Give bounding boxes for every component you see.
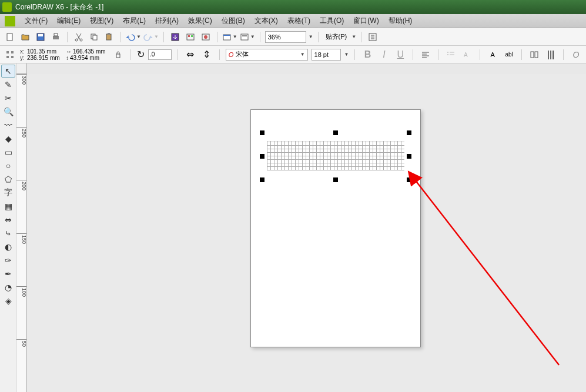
menu-edit[interactable]: 编辑(E) — [52, 15, 85, 27]
chevron-down-icon[interactable]: ▼ — [351, 34, 356, 39]
redo-button[interactable]: ▼ — [143, 32, 159, 42]
save-button[interactable] — [34, 31, 47, 43]
paste-button[interactable] — [103, 31, 116, 43]
underline-button[interactable]: U — [394, 48, 407, 61]
export-button[interactable] — [184, 31, 197, 43]
menu-arrange[interactable]: 排列(A) — [150, 15, 183, 27]
font-family-select[interactable]: O 宋体 ▼ — [226, 49, 308, 61]
undo-button[interactable]: ▼ — [126, 32, 141, 42]
y-value[interactable]: 236.915 mm — [27, 55, 62, 61]
main-area: ↖✎✂🔍〰◆▭○⬠字▦⇔⤷◐✑✒◔◈ 250200150100500501001… — [0, 63, 586, 392]
selection-handle-bl[interactable] — [260, 177, 264, 182]
freehand-tool[interactable]: 〰 — [1, 119, 15, 132]
ruler-origin[interactable] — [16, 63, 27, 74]
mirror-h-button[interactable]: ⇔ — [184, 48, 197, 61]
selection-handle-tr[interactable] — [407, 130, 411, 135]
menu-tools[interactable]: 工具(O) — [315, 15, 349, 27]
connector-tool[interactable]: ⤷ — [1, 227, 15, 240]
svg-rect-31 — [535, 52, 538, 58]
app-launcher-button[interactable]: ▼ — [222, 32, 237, 42]
vertical-ruler[interactable]: 300250200150100500 — [16, 74, 27, 392]
toolbox: ↖✎✂🔍〰◆▭○⬠字▦⇔⤷◐✑✒◔◈ — [0, 63, 16, 392]
eyedropper-tool[interactable]: ✑ — [1, 254, 15, 267]
open-button[interactable] — [19, 31, 32, 43]
new-button[interactable] — [4, 31, 16, 43]
options-button[interactable] — [366, 31, 379, 43]
rectangle-tool[interactable]: ▭ — [1, 146, 15, 159]
import-button[interactable] — [169, 31, 182, 43]
text-direction-button[interactable]: ||| — [544, 48, 557, 61]
table-tool[interactable]: ▦ — [1, 200, 15, 213]
chevron-down-icon: ▼ — [250, 34, 255, 39]
menu-layout[interactable]: 布局(L) — [118, 15, 150, 27]
menu-table[interactable]: 表格(T) — [283, 15, 315, 27]
italic-button[interactable]: I — [377, 48, 390, 61]
svg-rect-10 — [108, 33, 110, 35]
menu-file[interactable]: 文件(F) — [20, 15, 52, 27]
columns-button[interactable] — [528, 48, 541, 61]
menu-effects[interactable]: 效果(C) — [183, 15, 217, 27]
chevron-down-icon[interactable]: ▼ — [344, 52, 349, 57]
standard-toolbar: ▼ ▼ ▼ ▼ ▼ 贴齐(P) ▼ — [0, 28, 586, 46]
bold-button[interactable]: B — [361, 48, 374, 61]
zoom-tool[interactable]: 🔍 — [1, 105, 15, 118]
smart-fill-tool[interactable]: ◆ — [1, 132, 15, 145]
font-size-input[interactable] — [312, 49, 341, 61]
selected-objects[interactable] — [267, 141, 404, 170]
pick-tool[interactable]: ↖ — [1, 65, 15, 78]
interactive-fill-tool[interactable]: ◈ — [1, 294, 15, 307]
canvas-wrap: 25020015010050050100150200250300350400 3… — [16, 63, 586, 392]
publish-button[interactable] — [199, 31, 212, 43]
menu-bitmap[interactable]: 位图(B) — [217, 15, 250, 27]
bullet-list-button[interactable] — [444, 48, 457, 61]
svg-point-28 — [447, 54, 448, 55]
svg-line-32 — [415, 180, 559, 365]
selection-handle-bm[interactable] — [333, 177, 338, 182]
crop-tool[interactable]: ✂ — [1, 92, 15, 105]
ellipse-tool[interactable]: ○ — [1, 159, 15, 172]
selection-handle-tl[interactable] — [260, 130, 264, 135]
width-value[interactable]: 166.435 mm — [73, 48, 108, 55]
dropcap-button[interactable]: A — [461, 48, 474, 61]
selection-handle-br[interactable] — [407, 177, 411, 182]
ruler-tick: 50 — [16, 339, 27, 347]
chevron-down-icon[interactable]: ▼ — [309, 34, 313, 39]
selection-handle-tm[interactable] — [333, 130, 338, 135]
options-o-button[interactable]: O — [570, 48, 582, 61]
svg-point-16 — [204, 35, 207, 39]
mirror-v-button[interactable]: ⇕ — [200, 48, 213, 61]
menu-text[interactable]: 文本(X) — [250, 15, 283, 27]
menubar: 文件(F) 编辑(E) 视图(V) 布局(L) 排列(A) 效果(C) 位图(B… — [0, 14, 586, 28]
selection-handle-ml[interactable] — [260, 154, 264, 159]
separator — [219, 49, 220, 60]
polygon-tool[interactable]: ⬠ — [1, 173, 15, 186]
rotation-input[interactable] — [148, 49, 172, 60]
separator — [260, 32, 260, 42]
shape-tool[interactable]: ✎ — [1, 78, 15, 91]
snap-label[interactable]: 贴齐(P) — [323, 32, 350, 41]
menu-help[interactable]: 帮助(H) — [384, 15, 417, 27]
align-left-button[interactable] — [419, 48, 432, 61]
text-tool[interactable]: 字 — [1, 186, 15, 199]
outline-tool[interactable]: ✒ — [1, 267, 15, 280]
menu-window[interactable]: 窗口(W) — [349, 15, 383, 27]
interactive-tool[interactable]: ◐ — [1, 240, 15, 253]
copy-button[interactable] — [88, 31, 101, 43]
menu-view[interactable]: 视图(V) — [85, 15, 118, 27]
zoom-level-input[interactable] — [265, 31, 306, 43]
x-value[interactable]: 101.35 mm — [27, 48, 62, 55]
dimension-tool[interactable]: ⇔ — [1, 213, 15, 226]
edit-text-button[interactable]: abl — [503, 48, 515, 61]
separator — [130, 49, 131, 60]
canvas[interactable] — [27, 74, 586, 392]
welcome-button[interactable]: ▼ — [240, 32, 255, 42]
object-position-icon — [4, 48, 16, 61]
selection-handle-mr[interactable] — [407, 154, 411, 159]
height-value[interactable]: 43.954 mm — [70, 55, 105, 61]
print-button[interactable] — [49, 31, 62, 43]
lock-ratio-button[interactable] — [112, 48, 125, 61]
fill-tool[interactable]: ◔ — [1, 281, 15, 294]
selection-group[interactable] — [262, 133, 409, 180]
char-format-button[interactable]: A — [486, 48, 499, 61]
cut-button[interactable] — [72, 31, 85, 43]
